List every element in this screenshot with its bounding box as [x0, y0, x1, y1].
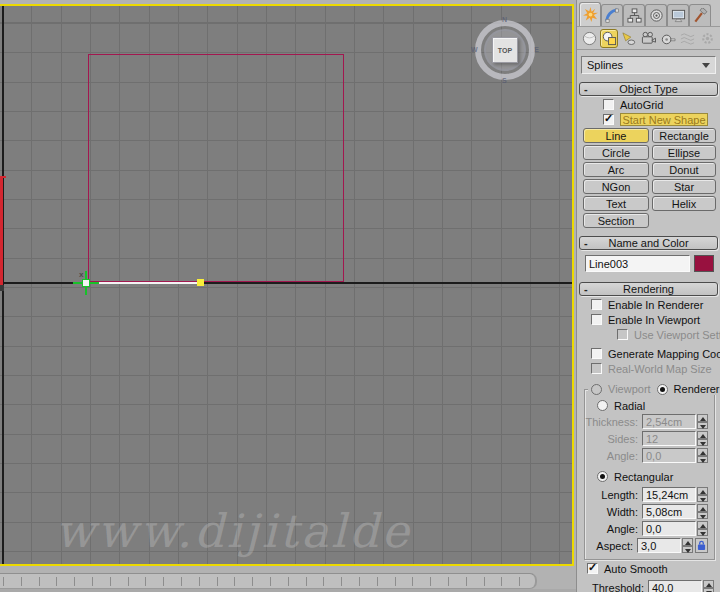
red-line-end-vertex [0, 285, 4, 291]
angle-rect-spinner[interactable] [697, 521, 708, 536]
helix-button[interactable]: Helix [652, 196, 716, 211]
category-geometry[interactable] [580, 29, 599, 48]
cameras-icon [641, 31, 656, 46]
generate-mapping-row: Generate Mapping Coords. [591, 347, 720, 360]
ngon-button[interactable]: NGon [583, 179, 649, 194]
tab-create[interactable] [579, 2, 601, 26]
threshold-input[interactable]: 40,0 [648, 580, 702, 592]
aspect-row: Aspect: 3,0 [585, 538, 708, 553]
real-world-checkbox [591, 363, 602, 374]
trackbar-tick [21, 577, 22, 586]
category-systems[interactable] [698, 29, 717, 48]
length-row: Length: 15,24cm [585, 487, 708, 502]
length-input[interactable]: 15,24cm [642, 487, 696, 502]
category-helpers[interactable] [659, 29, 678, 48]
donut-button[interactable]: Donut [652, 162, 716, 177]
rectangle-button[interactable]: Rectangle [652, 128, 716, 143]
aspect-spinner[interactable] [682, 538, 693, 553]
rectangle-shape[interactable] [88, 54, 344, 282]
compass-north[interactable]: N [502, 16, 507, 23]
trackbar-tick [359, 577, 360, 586]
modify-icon [605, 8, 620, 23]
3dsmax-window: x TOP N S W E www.dijitalde [0, 0, 720, 592]
name-color-row: Line003 [585, 255, 714, 272]
threshold-spinner[interactable] [703, 580, 714, 592]
viewcube-top-face[interactable]: TOP [492, 37, 518, 63]
compass-west[interactable]: W [471, 46, 478, 53]
viewcube[interactable]: TOP N S W E [473, 18, 537, 82]
trackbar-tick [430, 577, 431, 586]
trackbar-tick [484, 577, 485, 586]
viewport-renderer-radios: Viewport Renderer [585, 383, 714, 395]
compass-east[interactable]: E [534, 46, 539, 53]
circle-button[interactable]: Circle [583, 145, 649, 160]
renderer-radio[interactable] [657, 384, 668, 395]
star-button[interactable]: Star [652, 179, 716, 194]
red-line-tick [0, 176, 6, 178]
rollout-object-type[interactable]: - Object Type [579, 82, 718, 96]
line-button[interactable]: Line [583, 128, 649, 143]
section-button[interactable]: Section [583, 213, 649, 228]
sides-input: 12 [642, 431, 696, 446]
time-slider-trackbar[interactable] [0, 573, 537, 589]
use-viewport-settings-row: Use Viewport Settings [617, 328, 720, 341]
trackbar-tick [110, 577, 111, 586]
autogrid-checkbox[interactable] [603, 99, 614, 110]
ellipse-button[interactable]: Ellipse [652, 145, 716, 160]
arc-button[interactable]: Arc [583, 162, 649, 177]
generate-mapping-checkbox[interactable] [591, 348, 602, 359]
utilities-icon [693, 8, 708, 23]
collapse-icon: - [584, 283, 588, 295]
angle-rect-input[interactable]: 0,0 [642, 521, 696, 536]
snap-point-marker [82, 279, 90, 287]
trackbar-tick [128, 577, 129, 586]
start-new-shape-checkbox[interactable] [603, 114, 614, 125]
category-cameras[interactable] [639, 29, 658, 48]
trackbar-tick [377, 577, 378, 586]
compass-south[interactable]: S [502, 77, 507, 84]
length-spinner[interactable] [697, 487, 708, 502]
red-line-shape[interactable] [0, 178, 3, 286]
trackbar-tick [270, 577, 271, 586]
top-viewport-canvas[interactable]: x TOP N S W E [0, 4, 574, 566]
tab-motion[interactable] [645, 4, 667, 26]
tab-display[interactable] [667, 4, 689, 26]
rectangular-radio[interactable] [597, 471, 608, 482]
angle-radial-input: 0,0 [642, 448, 696, 463]
spline-type-dropdown[interactable]: Splines [581, 56, 716, 74]
rollout-rendering[interactable]: - Rendering [579, 282, 718, 296]
object-name-input[interactable]: Line003 [585, 255, 690, 272]
radial-radio[interactable] [597, 400, 608, 411]
tab-utilities[interactable] [689, 4, 711, 26]
tab-hierarchy[interactable] [623, 4, 645, 26]
chevron-down-icon [702, 63, 710, 68]
thickness-input: 2,54cm [642, 414, 696, 429]
display-icon [671, 8, 686, 23]
aspect-input[interactable]: 3,0 [637, 538, 681, 553]
width-spinner[interactable] [697, 504, 708, 519]
sides-spinner [697, 431, 708, 446]
angle-rect-row: Angle: 0,0 [585, 521, 708, 536]
enable-viewport-checkbox[interactable] [591, 314, 602, 325]
tab-modify[interactable] [601, 4, 623, 26]
category-spacewarps[interactable] [679, 29, 698, 48]
hierarchy-icon [627, 8, 642, 23]
auto-smooth-checkbox[interactable] [587, 563, 598, 574]
trackbar-tick [501, 577, 502, 586]
category-shapes[interactable] [600, 29, 619, 48]
trackbar-tick [288, 577, 289, 586]
start-new-shape-button[interactable]: Start New Shape [620, 113, 708, 126]
command-panel-tabs [577, 0, 720, 27]
width-input[interactable]: 5,08cm [642, 504, 696, 519]
text-button[interactable]: Text [583, 196, 649, 211]
rollout-name-and-color[interactable]: - Name and Color [579, 236, 718, 250]
category-lights[interactable] [619, 29, 638, 48]
helpers-icon [661, 31, 676, 46]
viewport-radio-row: Viewport [588, 383, 654, 395]
aspect-lock-button[interactable] [695, 538, 708, 553]
angle-radial-spinner [697, 448, 708, 463]
rectangular-radio-row: Rectangular [597, 470, 714, 483]
object-color-swatch[interactable] [694, 255, 714, 272]
enable-renderer-checkbox[interactable] [591, 299, 602, 310]
systems-icon [700, 31, 715, 46]
